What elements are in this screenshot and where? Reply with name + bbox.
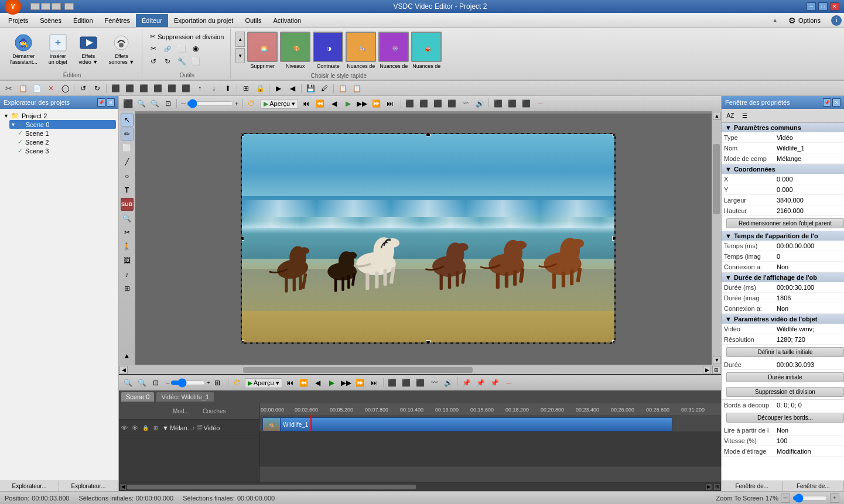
tb-view2[interactable]: ◀ bbox=[286, 83, 299, 94]
props-sort-alpha[interactable]: AZ bbox=[724, 110, 737, 122]
menu-edition[interactable]: Édition bbox=[67, 14, 99, 27]
tl-zoom-in[interactable]: 🔍 bbox=[121, 377, 134, 389]
ct-fwd-step[interactable]: ⏩ bbox=[370, 98, 382, 109]
window-controls[interactable]: ─ □ ✕ bbox=[807, 2, 839, 11]
canvas-scrollbar-bottom[interactable]: ◀ ▶ ⊞ bbox=[119, 365, 721, 374]
tl-fit-zoom[interactable]: ⊡ bbox=[149, 377, 162, 389]
style-thumbnail-4[interactable]: 🎠 bbox=[346, 32, 376, 62]
explorer-tab1[interactable]: Explorateur... bbox=[0, 481, 59, 491]
tl-preview-btn[interactable]: ▶ Aperçu ▾ bbox=[245, 378, 282, 388]
tb-extra2[interactable]: 📋 bbox=[350, 83, 363, 94]
tl-pin3[interactable]: 📌 bbox=[488, 377, 501, 389]
props-section-common-header[interactable]: ▼ Paramètres communs bbox=[722, 123, 844, 132]
playhead[interactable] bbox=[310, 415, 312, 431]
tb-align2[interactable]: ⬛ bbox=[151, 83, 164, 94]
vt-image[interactable]: 🖼 bbox=[121, 254, 134, 267]
ct-prev-frame[interactable]: ⏮ bbox=[299, 98, 312, 109]
handle-ml[interactable] bbox=[241, 236, 244, 241]
minimize-button[interactable]: ─ bbox=[807, 2, 816, 11]
tb-group[interactable]: ⊞ bbox=[240, 83, 252, 94]
ct-timeline2[interactable]: ⬛ bbox=[505, 98, 518, 109]
menu-fenetres[interactable]: Fenêtres bbox=[99, 14, 136, 27]
tb-undo[interactable]: ↺ bbox=[77, 83, 90, 94]
tb-down[interactable]: ↓ bbox=[207, 83, 220, 94]
vt-arrow[interactable]: ↖ bbox=[121, 114, 134, 126]
tl-audio[interactable]: 🔊 bbox=[442, 377, 455, 389]
vt-crop[interactable]: ✂ bbox=[121, 226, 134, 239]
props-close-btn[interactable]: ✕ bbox=[832, 98, 840, 107]
scroll-down-btn[interactable]: ▼ bbox=[713, 356, 721, 364]
handle-mr[interactable] bbox=[612, 236, 616, 241]
handle-bl[interactable] bbox=[241, 340, 244, 344]
tb-save[interactable]: 💾 bbox=[304, 83, 317, 94]
ct-back[interactable]: ◀ bbox=[327, 98, 340, 109]
tl-extra-melan[interactable]: ⊞ bbox=[151, 425, 161, 431]
scroll-corner[interactable]: ⊞ bbox=[712, 366, 720, 374]
tb-print[interactable]: 🖊 bbox=[318, 83, 331, 94]
style-3[interactable]: ◑ Contraste bbox=[313, 32, 343, 69]
vt-text[interactable]: T bbox=[121, 184, 134, 197]
menu-activation[interactable]: Activation bbox=[268, 14, 307, 27]
ct-wave[interactable]: 〰 bbox=[459, 98, 472, 109]
props-section-coords-header[interactable]: ▼ Coordonnées bbox=[722, 164, 844, 174]
help-button[interactable]: i bbox=[831, 15, 842, 26]
tl-clock[interactable]: ⏱ bbox=[231, 377, 244, 389]
explorer-tab2[interactable]: Explorateur... bbox=[59, 481, 118, 491]
preview-btn[interactable]: ▶ Aperçu ▾ bbox=[261, 99, 298, 109]
btn-suppression-division[interactable]: ✂ Suppression et division bbox=[147, 32, 227, 42]
tl-scroll-right[interactable]: ▶ bbox=[705, 484, 712, 491]
tl-pin1[interactable]: 📌 bbox=[460, 377, 473, 389]
options-button[interactable]: ⚙ Options bbox=[783, 15, 826, 26]
tl-zoom-slider[interactable] bbox=[170, 380, 206, 386]
menu-exportation[interactable]: Exportation du projet bbox=[168, 14, 240, 27]
props-sort-cat[interactable]: ☰ bbox=[738, 110, 751, 122]
handle-tl[interactable] bbox=[241, 133, 244, 136]
tl-mark3[interactable]: ⬛ bbox=[414, 377, 427, 389]
menu-scenes[interactable]: Scènes bbox=[34, 14, 67, 27]
ct-fwd[interactable]: ▶▶ bbox=[356, 98, 368, 109]
tl-back[interactable]: ◀ bbox=[312, 377, 324, 389]
tl-wave[interactable]: 〰 bbox=[428, 377, 441, 389]
handle-tr[interactable] bbox=[612, 133, 616, 136]
vt-zoom[interactable]: 🔍 bbox=[121, 212, 134, 225]
props-btn-init-size[interactable]: Définir la taille initiale bbox=[726, 347, 844, 357]
ct-next-frame[interactable]: ⏭ bbox=[384, 98, 397, 109]
tb-lock[interactable]: 🔒 bbox=[254, 83, 266, 94]
tl-mark2[interactable]: ⬛ bbox=[400, 377, 413, 389]
props-pin-btn[interactable]: 📌 bbox=[823, 98, 831, 107]
tl-hscroll-thumb[interactable] bbox=[127, 485, 416, 489]
zoom-percent-slider[interactable] bbox=[792, 495, 828, 502]
tool-shape1[interactable]: ⬜ bbox=[175, 43, 188, 54]
scroll-left-btn[interactable]: ◀ bbox=[119, 366, 128, 374]
handle-br[interactable] bbox=[612, 340, 616, 344]
tb-align-center[interactable]: ⬛ bbox=[123, 83, 136, 94]
vt-person[interactable]: 🚶 bbox=[121, 240, 134, 253]
tool-circle[interactable]: ◉ bbox=[189, 43, 202, 54]
tb-view1[interactable]: ▶ bbox=[272, 83, 285, 94]
tb-align-left[interactable]: ⬛ bbox=[109, 83, 122, 94]
tl-prev[interactable]: ⏮ bbox=[283, 377, 296, 389]
zoom-plus[interactable]: + bbox=[235, 100, 238, 107]
tl-tab-scene0[interactable]: Scene 0 bbox=[121, 392, 154, 402]
tl-ffwd[interactable]: ⏩ bbox=[354, 377, 367, 389]
tool-settings[interactable]: 🔧 bbox=[175, 56, 188, 67]
ct-mark3[interactable]: ⬛ bbox=[431, 98, 444, 109]
style-scroll-down[interactable]: ▼ bbox=[235, 48, 245, 63]
props-tab1[interactable]: Fenêtre de... bbox=[722, 481, 783, 491]
ct-mark2[interactable]: ⬛ bbox=[417, 98, 430, 109]
ct-timeline1[interactable]: ⬛ bbox=[491, 98, 504, 109]
tb-circle[interactable]: ◯ bbox=[59, 83, 71, 94]
style-5[interactable]: 🎡 Nuances de bbox=[378, 32, 409, 69]
tl-eye-melan[interactable]: 👁 bbox=[119, 424, 129, 431]
tb-extra1[interactable]: 📋 bbox=[336, 83, 349, 94]
tl-pin2[interactable]: 📌 bbox=[474, 377, 487, 389]
tl-type-melan[interactable]: 🔒 bbox=[140, 425, 151, 431]
style-thumbnail-1[interactable]: 🌅 bbox=[247, 32, 278, 62]
style-thumbnail-2[interactable]: 🎨 bbox=[280, 32, 310, 62]
props-tab2[interactable]: Fenêtre de... bbox=[783, 481, 845, 491]
props-btn-duree-init[interactable]: Durée initiale bbox=[726, 372, 844, 382]
vt-line[interactable]: ╱ bbox=[121, 156, 134, 169]
tl-tab-video[interactable]: Vidéo: Wildlife_1 bbox=[156, 392, 214, 402]
vt-grid[interactable]: ⊞ bbox=[121, 282, 134, 295]
style-4[interactable]: 🎠 Nuances de bbox=[346, 32, 376, 69]
